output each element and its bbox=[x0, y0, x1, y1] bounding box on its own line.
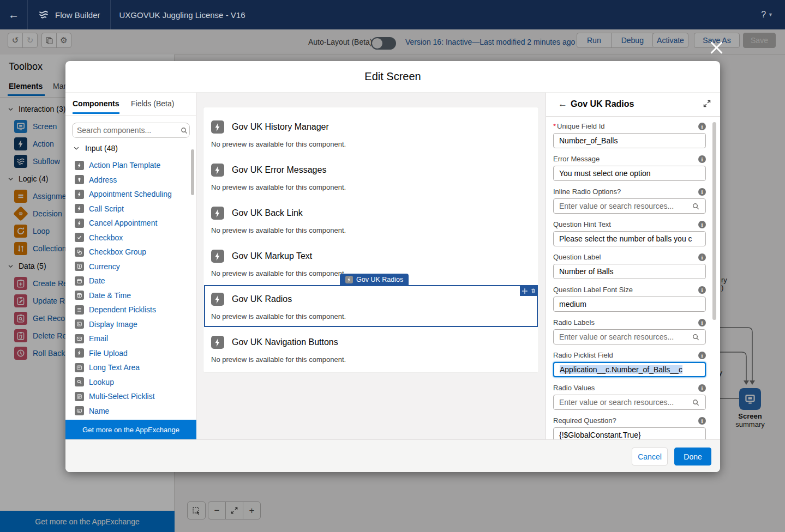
appexchange-button-modal[interactable]: Get more on the AppExchange bbox=[65, 420, 196, 439]
field-unique-field-id: *Unique Field IdiNumber_of_Balls bbox=[546, 122, 720, 155]
preview-component-gov-uk-error-messages[interactable]: Gov UK Error MessagesNo preview is avail… bbox=[211, 164, 531, 200]
field-input[interactable]: {!$GlobalConstant.True} bbox=[553, 427, 706, 439]
flow-builder-logo-icon bbox=[38, 9, 50, 21]
back-arrow-icon[interactable]: ← bbox=[558, 99, 567, 110]
preview-component-title: Gov UK History Manager bbox=[232, 122, 329, 132]
info-icon[interactable]: i bbox=[698, 188, 706, 196]
field-input[interactable]: You must select one option bbox=[553, 166, 706, 181]
modal-footer: Cancel Done bbox=[65, 439, 720, 472]
component-item-checkbox[interactable]: Checkbox bbox=[65, 231, 192, 245]
component-item-multi-select-picklist[interactable]: Multi-Select Picklist bbox=[65, 389, 192, 404]
field-input[interactable]: Enter value or search resources... bbox=[553, 395, 706, 410]
component-item-call-script[interactable]: Call Script bbox=[65, 202, 192, 216]
component-item-long-text-area[interactable]: Long Text Area bbox=[65, 360, 192, 375]
field-input[interactable]: medium bbox=[553, 297, 706, 312]
component-item-label: Display Image bbox=[89, 320, 137, 329]
lightning-icon bbox=[75, 190, 84, 199]
component-item-label: Action Plan Template bbox=[89, 161, 160, 170]
tab-components[interactable]: Components bbox=[73, 99, 119, 108]
component-item-display-image[interactable]: Display Image bbox=[65, 317, 192, 332]
tab-fields-beta[interactable]: Fields (Beta) bbox=[131, 99, 174, 108]
component-item-cancel-appointment[interactable]: Cancel Appointment bbox=[65, 216, 192, 231]
component-item-date-time[interactable]: Date & Time bbox=[65, 288, 192, 303]
lightning-icon bbox=[211, 293, 224, 306]
field-question-hint-text: Question Hint TextiPlease select the num… bbox=[546, 220, 720, 253]
no-preview-text: No preview is available for this compone… bbox=[211, 140, 531, 148]
no-preview-text: No preview is available for this compone… bbox=[211, 312, 531, 321]
search-input[interactable] bbox=[73, 126, 180, 135]
close-icon[interactable] bbox=[709, 40, 723, 55]
preview-component-title: Gov UK Markup Text bbox=[232, 251, 312, 261]
properties-panel: ← Gov UK Radios *Unique Field IdiNumber_… bbox=[546, 93, 720, 439]
field-input[interactable]: Please select the number of balls you c bbox=[553, 231, 706, 246]
done-button[interactable]: Done bbox=[674, 448, 711, 466]
component-item-action-plan-template[interactable]: Action Plan Template bbox=[65, 158, 192, 173]
component-item-currency[interactable]: Currency bbox=[65, 259, 192, 274]
scrollbar-thumb[interactable] bbox=[712, 122, 716, 320]
info-icon[interactable]: i bbox=[698, 286, 706, 294]
trash-icon[interactable] bbox=[530, 288, 536, 294]
info-icon[interactable]: i bbox=[698, 352, 706, 359]
component-item-label: Lookup bbox=[89, 378, 114, 386]
check-group-icon bbox=[75, 247, 84, 257]
info-icon[interactable]: i bbox=[698, 384, 706, 392]
pin-icon bbox=[75, 175, 84, 184]
info-icon[interactable]: i bbox=[698, 123, 706, 130]
component-item-email[interactable]: Email bbox=[65, 331, 192, 346]
move-icon[interactable] bbox=[522, 288, 528, 294]
component-item-address[interactable]: Address bbox=[65, 173, 192, 188]
field-input[interactable]: Number_of_Balls bbox=[553, 133, 706, 148]
preview-component-title: Gov UK Error Messages bbox=[232, 165, 326, 175]
component-item-label: Checkbox bbox=[89, 233, 123, 242]
info-icon[interactable]: i bbox=[698, 319, 706, 327]
component-item-label: Cancel Appointment bbox=[89, 219, 157, 227]
component-item-file-upload[interactable]: File Upload bbox=[65, 346, 192, 361]
field-value: Number_of_Balls bbox=[559, 136, 618, 145]
scrollbar-thumb[interactable] bbox=[191, 149, 194, 195]
component-item-appointment-scheduling[interactable]: Appointment Scheduling bbox=[65, 187, 192, 202]
component-search[interactable] bbox=[72, 123, 190, 138]
component-item-name[interactable]: Name bbox=[65, 404, 192, 419]
preview-component-gov-uk-back-link[interactable]: Gov UK Back LinkNo preview is available … bbox=[211, 207, 531, 243]
preview-component-gov-uk-navigation-buttons[interactable]: Gov UK Navigation ButtonsNo preview is a… bbox=[211, 336, 531, 372]
info-icon[interactable]: i bbox=[698, 417, 706, 425]
field-input[interactable]: Enter value or search resources... bbox=[553, 329, 706, 344]
expand-icon[interactable] bbox=[703, 99, 711, 108]
component-item-checkbox-group[interactable]: Checkbox Group bbox=[65, 245, 192, 259]
component-item-dependent-picklists[interactable]: Dependent Picklists bbox=[65, 303, 192, 317]
preview-component-gov-uk-history-manager[interactable]: Gov UK History ManagerNo preview is avai… bbox=[211, 120, 531, 156]
info-icon[interactable]: i bbox=[698, 155, 706, 163]
info-icon[interactable]: i bbox=[698, 253, 706, 261]
calendar-time-icon bbox=[75, 291, 84, 300]
field-placeholder: Enter value or search resources... bbox=[559, 398, 674, 407]
field-label: Radio Labels bbox=[553, 318, 720, 327]
field-input[interactable]: Application__c.Number_of_Balls__c bbox=[553, 362, 706, 377]
field-value: You must select one option bbox=[559, 169, 651, 178]
image-icon bbox=[75, 319, 84, 329]
lightning-icon bbox=[75, 161, 84, 170]
component-item-label: Multi-Select Picklist bbox=[89, 392, 155, 401]
preview-component-gov-uk-radios[interactable]: Gov UK RadiosNo preview is available for… bbox=[211, 293, 531, 329]
envelope-icon bbox=[75, 334, 84, 343]
field-input[interactable]: Enter value or search resources... bbox=[553, 198, 706, 214]
field-required-question-: Required Question?i{!$GlobalConstant.Tru… bbox=[546, 416, 720, 439]
help-icon[interactable]: ? bbox=[761, 10, 766, 20]
component-item-date[interactable]: Date bbox=[65, 274, 192, 288]
field-error-message: Error MessageiYou must select one option bbox=[546, 155, 720, 188]
component-list: Action Plan TemplateAddressAppointment S… bbox=[65, 158, 192, 419]
field-input[interactable]: Number of Balls bbox=[553, 264, 706, 279]
preview-component-title: Gov UK Navigation Buttons bbox=[232, 337, 338, 347]
selected-component-tag[interactable]: Gov UK Radios bbox=[340, 274, 409, 285]
help-menu[interactable]: ? ▼ bbox=[761, 10, 785, 20]
back-arrow-icon[interactable]: ← bbox=[0, 0, 27, 29]
input-group-toggle[interactable]: Input (48) bbox=[73, 144, 118, 153]
field-label: Inline Radio Options? bbox=[553, 188, 720, 196]
field-question-label-font-size: Question Label Font Sizeimedium bbox=[546, 286, 720, 318]
properties-fields: *Unique Field IdiNumber_of_BallsError Me… bbox=[546, 116, 720, 439]
caret-down-icon: ▼ bbox=[768, 12, 773, 17]
app-header: ← Flow Builder UXGOVUK Juggling License … bbox=[0, 0, 785, 29]
component-item-lookup[interactable]: Lookup bbox=[65, 375, 192, 390]
cancel-button[interactable]: Cancel bbox=[632, 448, 668, 466]
info-icon[interactable]: i bbox=[698, 221, 706, 228]
field-value: Please select the number of balls you c bbox=[559, 234, 692, 243]
